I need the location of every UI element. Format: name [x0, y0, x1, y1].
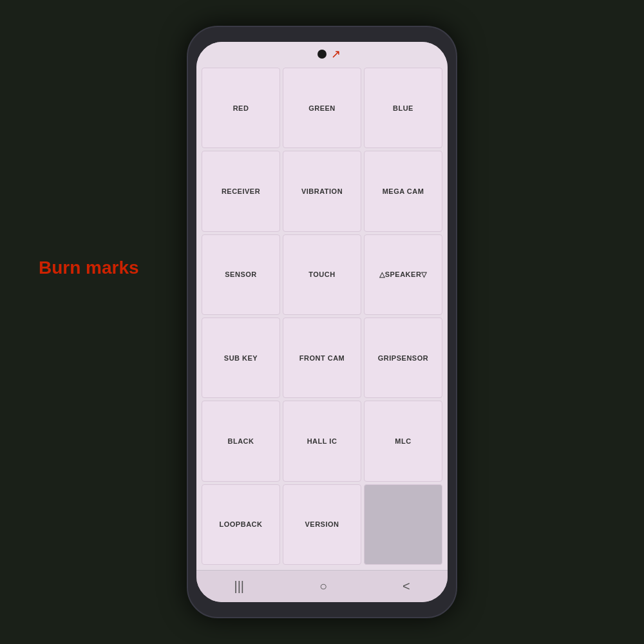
- grid-cell-mlc[interactable]: MLC: [364, 401, 442, 481]
- grid-cell-red[interactable]: RED: [202, 68, 280, 148]
- grid-cell-empty: [364, 484, 442, 565]
- grid-cell-touch[interactable]: TOUCH: [283, 234, 361, 315]
- grid-cell-sensor[interactable]: SENSOR: [202, 234, 280, 315]
- camera-arrow-icon: ↗: [331, 47, 341, 61]
- grid-cell-gripsensor[interactable]: GRIPSENSOR: [364, 317, 442, 398]
- burn-marks-label: Burn marks: [39, 258, 139, 278]
- grid-cell-receiver[interactable]: RECEIVER: [202, 151, 280, 231]
- grid-cell-speaker[interactable]: △SPEAKER▽: [364, 234, 442, 315]
- grid-cell-black[interactable]: BLACK: [202, 401, 280, 481]
- grid-cell-mega-cam[interactable]: MEGA CAM: [364, 151, 442, 231]
- nav-bar: ||| ○ <: [196, 570, 448, 602]
- grid-cell-version[interactable]: VERSION: [283, 484, 361, 565]
- grid-cell-hall-ic[interactable]: HALL IC: [283, 401, 361, 481]
- notch-area: ↗: [196, 42, 448, 68]
- grid-cell-blue[interactable]: BLUE: [364, 68, 442, 148]
- nav-back-icon[interactable]: <: [402, 579, 410, 594]
- camera-dot: [317, 50, 327, 59]
- test-grid: RED GREEN BLUE RECEIVER VIBRATION MEGA C…: [196, 68, 448, 570]
- grid-cell-green[interactable]: GREEN: [283, 68, 361, 148]
- grid-cell-sub-key[interactable]: SUB KEY: [202, 317, 280, 398]
- phone-outer: ↗ RED GREEN BLUE RECEIVER VIBRATION MEGA…: [187, 26, 457, 618]
- nav-home-icon[interactable]: ○: [319, 579, 327, 594]
- phone-screen: ↗ RED GREEN BLUE RECEIVER VIBRATION MEGA…: [196, 42, 448, 602]
- grid-cell-front-cam[interactable]: FRONT CAM: [283, 317, 361, 398]
- grid-cell-vibration[interactable]: VIBRATION: [283, 151, 361, 231]
- grid-cell-loopback[interactable]: LOOPBACK: [202, 484, 280, 565]
- nav-recent-icon[interactable]: |||: [234, 579, 244, 594]
